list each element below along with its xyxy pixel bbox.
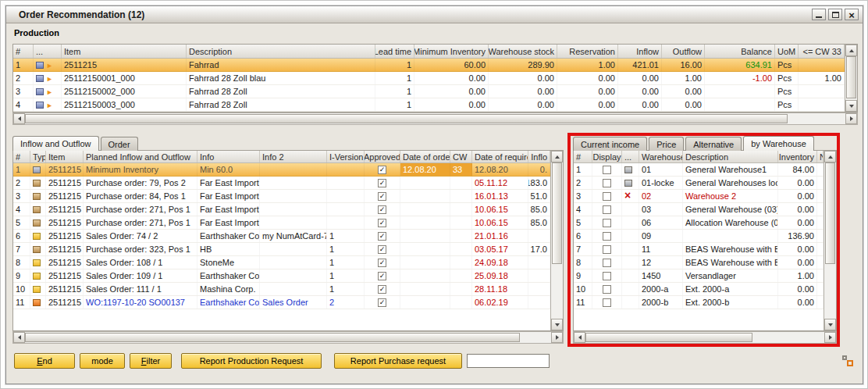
table-row[interactable]: 91450Versandlager1.00 bbox=[574, 269, 824, 283]
column-header[interactable]: Warehouse stock bbox=[489, 45, 557, 58]
display-checkbox[interactable] bbox=[603, 272, 611, 280]
column-header[interactable]: Inflo bbox=[528, 151, 550, 162]
column-header[interactable]: Reservation bbox=[557, 45, 618, 58]
scrollbar-thumb[interactable] bbox=[846, 56, 856, 98]
scrollbar-track[interactable] bbox=[25, 113, 845, 124]
column-header[interactable]: Lead time bbox=[375, 45, 414, 58]
scroll-up-button[interactable] bbox=[824, 151, 836, 162]
maximize-button[interactable] bbox=[828, 9, 842, 20]
table-row[interactable]: 425112150003_000Fahrrad 28 Zoll10.000.00… bbox=[13, 98, 845, 112]
report-purchase-request-button[interactable]: Report Purchase request bbox=[334, 353, 462, 369]
table-row[interactable]: 102000-aExt. 2000-a0.00 bbox=[574, 283, 824, 296]
approved-checkbox[interactable] bbox=[378, 298, 386, 307]
column-header[interactable]: <= CW 33 bbox=[799, 45, 845, 58]
table-row[interactable]: 82511215Sales Order: 108 / 1StoneMe124.0… bbox=[13, 256, 550, 269]
table-row[interactable]: 112000-bExt. 2000-b0.00 bbox=[574, 296, 824, 309]
approved-checkbox[interactable] bbox=[378, 259, 386, 267]
scrollbar-track[interactable] bbox=[25, 332, 551, 343]
column-header[interactable]: Description bbox=[187, 45, 375, 58]
display-checkbox[interactable] bbox=[603, 285, 611, 294]
column-header[interactable]: N bbox=[817, 151, 824, 162]
scrollbar-thumb[interactable] bbox=[25, 114, 788, 123]
table-row[interactable]: 609136.90 bbox=[574, 230, 824, 243]
tab-order[interactable]: Order bbox=[101, 137, 138, 151]
table-row[interactable]: 92511215Sales Order: 109 / 1Earthshaker … bbox=[13, 269, 550, 283]
table-row[interactable]: 506Allocation Warehouse (06)0.00 bbox=[574, 216, 824, 230]
table-row[interactable]: 112511215WO:1197-10-20 SO00137Earthshake… bbox=[13, 296, 550, 309]
scroll-right-button[interactable] bbox=[824, 332, 836, 343]
table-row[interactable]: 201-lockeGeneral Warehouses locke0.00 bbox=[574, 177, 824, 190]
scroll-left-button[interactable] bbox=[13, 113, 25, 124]
column-header[interactable]: # bbox=[13, 151, 30, 162]
display-checkbox[interactable] bbox=[603, 298, 611, 307]
approved-checkbox[interactable] bbox=[378, 192, 386, 201]
approved-checkbox[interactable] bbox=[378, 272, 386, 280]
filter-button[interactable]: Filter bbox=[130, 353, 172, 369]
table-row[interactable]: 52511215Purchase order: 271, Pos 1Far Ea… bbox=[13, 216, 550, 230]
table-row[interactable]: 12511215Fahrrad160.00289.901.00421.0116.… bbox=[13, 59, 845, 72]
column-header[interactable]: # bbox=[13, 45, 34, 58]
scroll-left-button[interactable] bbox=[13, 332, 25, 343]
table-row[interactable]: 403General Warehouse (03)0.00 bbox=[574, 203, 824, 216]
display-checkbox[interactable] bbox=[603, 166, 611, 174]
column-header[interactable]: ... bbox=[622, 151, 639, 162]
scroll-down-button[interactable] bbox=[824, 319, 836, 330]
column-header[interactable]: Date of requiren bbox=[472, 151, 528, 162]
tab-price[interactable]: Price bbox=[649, 137, 684, 151]
display-checkbox[interactable] bbox=[603, 232, 611, 241]
column-header[interactable]: Info 2 bbox=[260, 151, 327, 162]
warehouse-horizontal-scrollbar[interactable] bbox=[573, 331, 837, 344]
scrollbar-track[interactable] bbox=[845, 56, 857, 100]
table-row[interactable]: 711BEAS Warehouse with Bin0.00 bbox=[574, 243, 824, 256]
scroll-right-button[interactable] bbox=[845, 113, 857, 124]
approved-checkbox[interactable] bbox=[378, 285, 386, 294]
display-checkbox[interactable] bbox=[603, 259, 611, 267]
column-header[interactable]: # bbox=[574, 151, 592, 162]
warehouse-vertical-scrollbar[interactable] bbox=[824, 151, 836, 330]
column-header[interactable]: Minimum Inventory bbox=[414, 45, 489, 58]
table-row[interactable]: 32511215Purchase order: 84, Pos 1Far Eas… bbox=[13, 190, 550, 203]
scroll-right-button[interactable] bbox=[551, 332, 563, 343]
table-row[interactable]: 325112150002_000Fahrrad 28 Zoll10.000.00… bbox=[13, 85, 845, 98]
column-header[interactable]: ... bbox=[34, 45, 62, 58]
minimize-button[interactable] bbox=[812, 9, 826, 20]
scroll-down-button[interactable] bbox=[845, 100, 857, 112]
table-row[interactable]: 302Warehouse 20.00 bbox=[574, 190, 824, 203]
column-header[interactable]: Date of order bbox=[400, 151, 450, 162]
end-button[interactable]: End bbox=[14, 353, 75, 369]
tab-alternative[interactable]: Alternative bbox=[685, 137, 742, 151]
column-header[interactable]: Item bbox=[46, 151, 84, 162]
mode-button[interactable]: mode bbox=[80, 353, 125, 369]
table-row[interactable]: 62511215Sales Order: 74 / 2Earthshaker C… bbox=[13, 230, 550, 243]
column-header[interactable]: Outflow bbox=[662, 45, 705, 58]
inflow-outflow-horizontal-scrollbar[interactable] bbox=[12, 331, 564, 344]
footer-input[interactable] bbox=[467, 354, 550, 368]
column-header[interactable]: Info bbox=[197, 151, 260, 162]
column-header[interactable]: Inventory bbox=[778, 151, 817, 162]
scrollbar-thumb[interactable] bbox=[552, 162, 562, 264]
table-row[interactable]: 102511215Sales Order: 111 / 1Mashina Cor… bbox=[13, 283, 550, 296]
link-arrow-icon[interactable] bbox=[46, 60, 53, 70]
scroll-up-button[interactable] bbox=[845, 45, 857, 56]
close-button[interactable] bbox=[845, 9, 859, 20]
resize-grip-icon[interactable] bbox=[841, 355, 854, 367]
approved-checkbox[interactable] bbox=[378, 205, 386, 214]
scrollbar-track[interactable] bbox=[551, 162, 563, 319]
report-production-request-button[interactable]: Report Production Request bbox=[181, 353, 322, 369]
table-row[interactable]: 225112150001_000Fahrrad 28 Zoll blau10.0… bbox=[13, 72, 845, 85]
tab-current-income[interactable]: Current income bbox=[573, 137, 647, 151]
scrollbar-thumb[interactable] bbox=[25, 333, 520, 342]
link-arrow-icon[interactable] bbox=[46, 100, 53, 109]
approved-checkbox[interactable] bbox=[378, 179, 386, 187]
column-header[interactable]: Description bbox=[683, 151, 778, 162]
table-row[interactable]: 812BEAS Warehouse with Bin0.00 bbox=[574, 256, 824, 269]
display-checkbox[interactable] bbox=[603, 245, 611, 254]
column-header[interactable]: Typ bbox=[30, 151, 46, 162]
scrollbar-thumb[interactable] bbox=[585, 333, 752, 342]
column-header[interactable]: UoM bbox=[775, 45, 799, 58]
items-horizontal-scrollbar[interactable] bbox=[12, 112, 858, 125]
inflow-outflow-vertical-scrollbar[interactable] bbox=[550, 151, 563, 330]
approved-checkbox[interactable] bbox=[378, 166, 386, 174]
scrollbar-track[interactable] bbox=[824, 162, 836, 319]
approved-checkbox[interactable] bbox=[378, 232, 386, 241]
